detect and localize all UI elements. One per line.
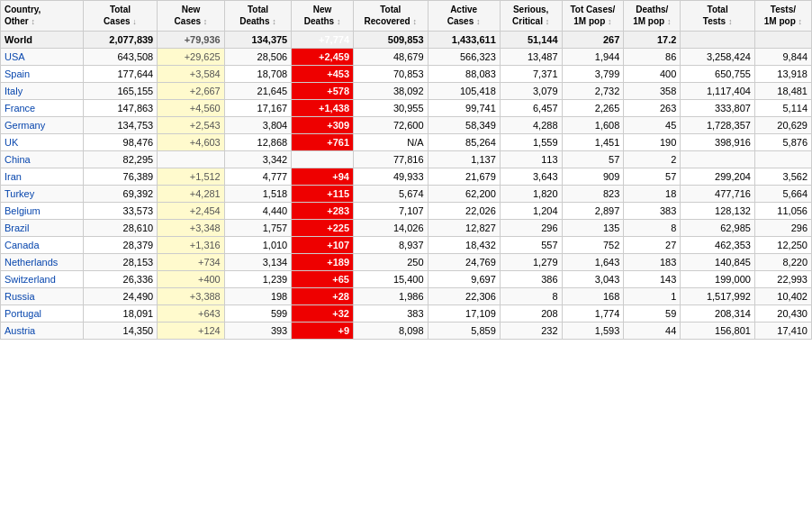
cell-total-cases: 33,573 xyxy=(83,202,158,219)
cell-country: Switzerland xyxy=(1,270,84,287)
cell-new-cases: +3,388 xyxy=(158,287,225,304)
header-deaths-1m[interactable]: Deaths/1M pop ↕ xyxy=(624,1,681,32)
cell-tests-1m: 296 xyxy=(754,219,811,236)
cell-total-tests: 208,314 xyxy=(681,304,755,322)
cell-new-deaths: +578 xyxy=(292,82,354,99)
cell-total-cases: 26,336 xyxy=(83,270,158,287)
cell-total-cases: 14,350 xyxy=(83,322,158,339)
cell-total-cases: 82,295 xyxy=(83,150,158,168)
cell-country: USA xyxy=(1,48,84,65)
cell-new-cases: +2,454 xyxy=(158,202,225,219)
country-link[interactable]: Belgium xyxy=(5,205,41,216)
country-link[interactable]: Netherlands xyxy=(5,257,58,268)
cell-deaths-1m: 8 xyxy=(624,219,681,236)
country-link[interactable]: Germany xyxy=(5,120,45,131)
cell-new-cases: +4,281 xyxy=(158,185,225,202)
cell-tot-1m: 3,799 xyxy=(562,65,624,82)
cell-total-deaths: 28,506 xyxy=(224,48,292,65)
cell-total-deaths: 1,757 xyxy=(224,219,292,236)
cell-recovered: 1,986 xyxy=(354,287,429,304)
cell-new-cases: +4,560 xyxy=(158,99,225,116)
cell-new-deaths: +9 xyxy=(292,322,354,339)
cell-tot-1m: 2,732 xyxy=(562,82,624,99)
table-row: Russia 24,490 +3,388 198 +28 1,986 22,30… xyxy=(1,287,812,304)
cell-country: Italy xyxy=(1,82,84,99)
country-link[interactable]: Italy xyxy=(5,86,23,96)
cell-tests-1m: 5,876 xyxy=(754,133,811,150)
cell-tests-1m: 11,056 xyxy=(754,202,811,219)
cell-active: 1,137 xyxy=(428,150,500,168)
country-link[interactable]: Turkey xyxy=(5,188,34,199)
cell-serious: 296 xyxy=(500,219,562,236)
table-row: Netherlands 28,153 +734 3,134 +189 250 2… xyxy=(1,253,812,270)
cell-new-deaths: +1,438 xyxy=(292,99,354,116)
cell-total-deaths: 393 xyxy=(224,322,292,339)
cell-total-cases: 98,476 xyxy=(83,133,158,150)
cell-new-cases xyxy=(158,150,225,168)
cell-active: 99,741 xyxy=(428,99,500,116)
cell-new-cases: +2,667 xyxy=(158,82,225,99)
world-country: World xyxy=(1,31,84,48)
header-new-deaths[interactable]: NewDeaths ↕ xyxy=(292,1,354,32)
header-tests-1m[interactable]: Tests/1M pop ↕ xyxy=(754,1,811,32)
table-row: Switzerland 26,336 +400 1,239 +65 15,400… xyxy=(1,270,812,287)
cell-total-deaths: 3,134 xyxy=(224,253,292,270)
cell-tot-1m: 2,897 xyxy=(562,202,624,219)
country-link[interactable]: Canada xyxy=(5,240,40,250)
country-link[interactable]: USA xyxy=(5,51,25,62)
cell-deaths-1m: 358 xyxy=(624,82,681,99)
cell-total-deaths: 4,777 xyxy=(224,168,292,185)
cell-serious: 113 xyxy=(500,150,562,168)
cell-tests-1m: 3,562 xyxy=(754,168,811,185)
cell-recovered: 383 xyxy=(354,304,429,322)
cell-new-cases: +29,625 xyxy=(158,48,225,65)
header-recovered[interactable]: TotalRecovered ↕ xyxy=(354,1,429,32)
cell-country: Austria xyxy=(1,322,84,339)
cell-total-cases: 69,392 xyxy=(83,185,158,202)
cell-new-deaths: +309 xyxy=(292,116,354,133)
cell-recovered: 72,600 xyxy=(354,116,429,133)
header-total-cases[interactable]: TotalCases ↓ xyxy=(83,1,158,32)
cell-active: 17,109 xyxy=(428,304,500,322)
header-new-cases[interactable]: NewCases ↕ xyxy=(158,1,225,32)
country-link[interactable]: UK xyxy=(5,137,18,148)
cell-new-cases: +734 xyxy=(158,253,225,270)
country-link[interactable]: Brazil xyxy=(5,223,30,233)
header-country[interactable]: Country,Other ↕ xyxy=(1,1,84,32)
cell-recovered: 5,674 xyxy=(354,185,429,202)
cell-tot-1m: 3,043 xyxy=(562,270,624,287)
cell-deaths-1m: 190 xyxy=(624,133,681,150)
country-link[interactable]: Portugal xyxy=(5,308,41,319)
cell-total-tests: 140,845 xyxy=(681,253,755,270)
header-tot-1m[interactable]: Tot Cases/1M pop ↕ xyxy=(562,1,624,32)
table-row: Belgium 33,573 +2,454 4,440 +283 7,107 2… xyxy=(1,202,812,219)
cell-deaths-1m: 1 xyxy=(624,287,681,304)
cell-total-cases: 28,153 xyxy=(83,253,158,270)
country-link[interactable]: Switzerland xyxy=(5,274,56,285)
table-row: Austria 14,350 +124 393 +9 8,098 5,859 2… xyxy=(1,322,812,339)
cell-total-tests: 156,801 xyxy=(681,322,755,339)
country-link[interactable]: France xyxy=(5,103,35,114)
cell-new-cases: +3,584 xyxy=(158,65,225,82)
cell-active: 12,827 xyxy=(428,219,500,236)
world-serious: 51,144 xyxy=(500,31,562,48)
country-link[interactable]: Spain xyxy=(5,68,30,79)
country-link[interactable]: China xyxy=(5,154,31,165)
cell-serious: 232 xyxy=(500,322,562,339)
header-total-deaths[interactable]: TotalDeaths ↕ xyxy=(224,1,292,32)
cell-total-deaths: 198 xyxy=(224,287,292,304)
cell-tot-1m: 1,774 xyxy=(562,304,624,322)
table-row: Turkey 69,392 +4,281 1,518 +115 5,674 62… xyxy=(1,185,812,202)
cell-serious: 386 xyxy=(500,270,562,287)
cell-total-cases: 165,155 xyxy=(83,82,158,99)
header-total-tests[interactable]: TotalTests ↕ xyxy=(681,1,755,32)
cell-recovered: 38,092 xyxy=(354,82,429,99)
country-link[interactable]: Iran xyxy=(5,171,22,182)
country-link[interactable]: Russia xyxy=(5,291,35,302)
header-serious[interactable]: Serious,Critical ↕ xyxy=(500,1,562,32)
cell-serious: 1,559 xyxy=(500,133,562,150)
cell-tests-1m: 5,664 xyxy=(754,185,811,202)
cell-tot-1m: 2,265 xyxy=(562,99,624,116)
country-link[interactable]: Austria xyxy=(5,325,35,336)
header-active[interactable]: ActiveCases ↕ xyxy=(428,1,500,32)
